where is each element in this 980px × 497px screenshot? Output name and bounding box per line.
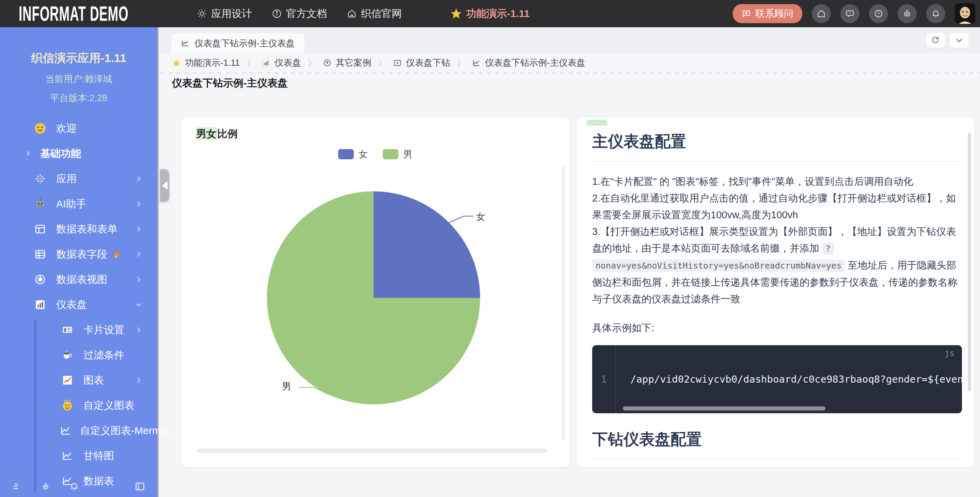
sidebar-item-welcome[interactable]: 欢迎 bbox=[0, 116, 158, 141]
nav-app-design[interactable]: 应用设计 bbox=[197, 7, 252, 21]
sidebar-item-custom-charts-mermaid[interactable]: 自定义图表-Mermai... bbox=[0, 418, 158, 443]
sidebar-item-label: 数据表字段 bbox=[56, 248, 107, 262]
home-button[interactable] bbox=[812, 4, 831, 23]
chart-vertical-scrollbar[interactable] bbox=[562, 167, 565, 441]
sidebar-item-gantt[interactable]: 甘特图 bbox=[0, 443, 158, 468]
sidebar-group-basic-functions[interactable]: 基础功能 bbox=[0, 141, 158, 166]
sidebar-item-apps[interactable]: 应用 bbox=[0, 166, 158, 191]
tab-bar: 仪表盘下钻示例-主仪表盘 bbox=[160, 27, 980, 53]
legend-item-female[interactable]: 女 bbox=[338, 148, 368, 160]
breadcrumb-item-other-cases[interactable]: 其它案例 bbox=[323, 57, 371, 69]
question-circle-icon: ? bbox=[874, 9, 883, 18]
breadcrumb-label: 其它案例 bbox=[336, 57, 371, 69]
topbar-nav: 应用设计 官方文档 织信官网 bbox=[197, 7, 402, 21]
breadcrumb-item-dashboard-drill[interactable]: 仪表盘下钻 bbox=[393, 57, 450, 69]
dashboard-board: 男女比例 女 男 女 男 bbox=[160, 93, 980, 497]
doc-vertical-scrollbar[interactable] bbox=[968, 133, 971, 391]
doc-example-label: 具体示例如下: bbox=[592, 320, 962, 336]
refresh-button[interactable] bbox=[926, 32, 945, 48]
app-badge[interactable]: 功能演示-1.11 bbox=[450, 7, 530, 21]
sidebar-item-label: 自定义图表 bbox=[83, 399, 135, 413]
eject-icon[interactable] bbox=[40, 481, 51, 492]
sidebar-item-custom-charts[interactable]: 自定义图表 bbox=[0, 393, 158, 418]
chevron-right-icon bbox=[135, 251, 142, 258]
breadcrumb-item-demo[interactable]: 功能演示-1.11 bbox=[172, 57, 240, 69]
nav-docs[interactable]: 官方文档 bbox=[272, 7, 327, 21]
sidebar-item-ai-assistant[interactable]: AI助手 bbox=[0, 191, 158, 216]
feedback-button[interactable]: ? bbox=[840, 4, 859, 23]
bell-icon bbox=[931, 9, 940, 18]
breadcrumb-separator: 》 bbox=[457, 57, 465, 68]
chevron-down-icon bbox=[135, 301, 142, 308]
chat-icon bbox=[741, 9, 751, 18]
chevron-right-icon bbox=[135, 276, 142, 283]
sidebar-item-label: 自定义图表-Mermai... bbox=[80, 424, 177, 438]
tab-actions bbox=[926, 32, 969, 48]
star-icon bbox=[172, 59, 181, 67]
view-icon bbox=[32, 273, 48, 286]
breadcrumb-label: 仪表盘下钻示例-主仪表盘 bbox=[485, 57, 585, 69]
submenu-track bbox=[34, 319, 37, 492]
breadcrumb-separator: 》 bbox=[308, 57, 316, 68]
trend-icon bbox=[60, 424, 72, 437]
tab-dropdown-button[interactable] bbox=[949, 32, 969, 48]
breadcrumb-label: 仪表盘下钻 bbox=[406, 57, 450, 69]
divider bbox=[592, 459, 962, 460]
tab-dashboard-drill-example[interactable]: 仪表盘下钻示例-主仪表盘 bbox=[171, 33, 304, 53]
sidebar-group-label: 基础功能 bbox=[40, 147, 81, 161]
doc-card: 主仪表盘配置 1.在"卡片配置" 的 "图表"标签，找到"事件"菜单，设置到点击… bbox=[577, 118, 974, 467]
code-horizontal-scrollbar[interactable] bbox=[623, 406, 826, 411]
home-icon bbox=[816, 9, 826, 18]
svg-text:?: ? bbox=[849, 11, 851, 15]
trend-icon bbox=[60, 450, 75, 462]
sidebar-item-table-fields[interactable]: 数据表字段 bbox=[0, 242, 158, 267]
triangle-left-icon bbox=[162, 181, 167, 190]
nav-label: 织信官网 bbox=[361, 7, 402, 21]
contact-advisor-button[interactable]: 联系顾问 bbox=[733, 4, 802, 23]
tab-label: 仪表盘下钻示例-主仪表盘 bbox=[194, 37, 295, 49]
sidebar-item-label: 图表 bbox=[83, 373, 104, 387]
help-button[interactable]: ? bbox=[869, 4, 888, 23]
sidebar-item-dashboard[interactable]: 仪表盘 bbox=[0, 292, 158, 317]
trend-icon bbox=[181, 39, 190, 48]
robot-icon bbox=[32, 197, 48, 210]
ai-assistant-button[interactable] bbox=[897, 4, 917, 23]
code-block[interactable]: 1 /app/vid02cwiycvb0/dashboard/c0ce983rb… bbox=[592, 345, 962, 413]
sidebar-item-label: 过滤条件 bbox=[83, 348, 124, 362]
sidebar-item-tables-forms[interactable]: 数据表和表单 bbox=[0, 216, 158, 242]
breadcrumb: 功能演示-1.11 》 仪表盘 》 其它案例 》 仪表盘下 bbox=[160, 53, 980, 73]
sidebar-item-charts[interactable]: 图表 bbox=[0, 368, 158, 393]
brand-logo: INFORMAT DEMO bbox=[19, 2, 128, 25]
gender-ratio-card: 男女比例 女 男 女 男 bbox=[181, 118, 570, 467]
sidebar-collapse-handle[interactable] bbox=[160, 169, 169, 202]
chart-horizontal-scrollbar[interactable] bbox=[197, 449, 547, 453]
notifications-button[interactable] bbox=[926, 4, 945, 23]
sidebar-item-table-views[interactable]: 数据表视图 bbox=[0, 267, 158, 292]
fireworks-icon bbox=[32, 173, 48, 185]
robot-icon bbox=[902, 9, 912, 18]
grid-icon bbox=[32, 248, 48, 260]
menu-lines-icon[interactable] bbox=[11, 481, 22, 492]
gender-pie-chart[interactable] bbox=[267, 191, 480, 405]
collapse-sidebar-icon[interactable] bbox=[134, 481, 146, 492]
sidebar-item-label: 仪表盘 bbox=[56, 298, 87, 312]
nav-official-site[interactable]: 织信官网 bbox=[347, 7, 402, 21]
doc-paragraph-3a: 3.【打开侧边栏或对话框】展示类型设置为【外部页面】，【地址】设置为下钻仪表盘的… bbox=[592, 226, 956, 254]
sidebar-item-label: 数据表和表单 bbox=[56, 222, 118, 236]
user-avatar[interactable] bbox=[955, 3, 975, 24]
sidebar-item-card-settings[interactable]: 卡片设置 bbox=[0, 317, 158, 343]
nav-label: 应用设计 bbox=[211, 7, 252, 21]
bar-chart-icon bbox=[32, 299, 48, 311]
sidebar-footer bbox=[0, 476, 158, 497]
fire-icon bbox=[111, 249, 121, 259]
breadcrumb-separator: 》 bbox=[378, 57, 386, 68]
legend-item-male[interactable]: 男 bbox=[383, 148, 412, 160]
sidebar-item-filters[interactable]: 过滤条件 bbox=[0, 343, 158, 368]
pie-label-male: 男 bbox=[282, 380, 291, 392]
breadcrumb-item-main-dashboard[interactable]: 仪表盘下钻示例-主仪表盘 bbox=[472, 57, 585, 69]
breadcrumb-label: 仪表盘 bbox=[274, 57, 301, 69]
breadcrumb-item-dashboard[interactable]: 仪表盘 bbox=[261, 57, 301, 69]
topbar-actions: 联系顾问 ? bbox=[733, 3, 975, 24]
bell-icon[interactable] bbox=[69, 481, 80, 492]
sidebar-item-label: 欢迎 bbox=[56, 122, 76, 135]
